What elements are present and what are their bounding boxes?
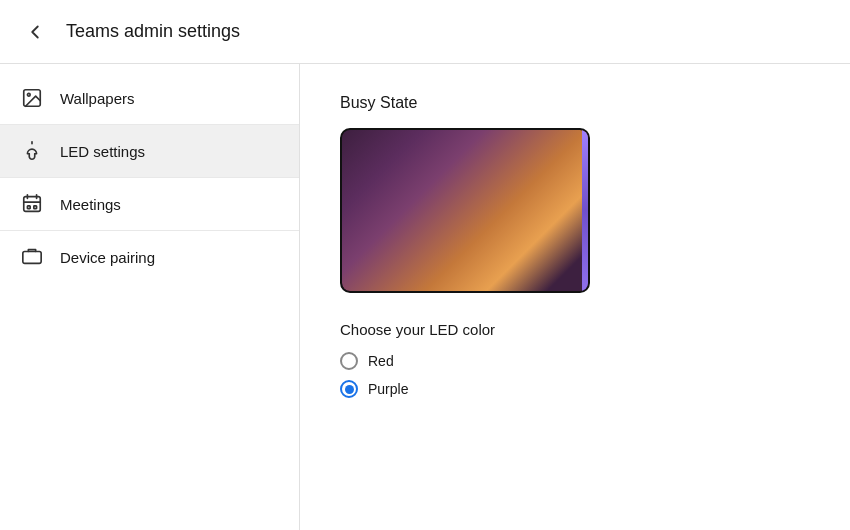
radio-circle-red <box>340 352 358 370</box>
radio-circle-purple <box>340 380 358 398</box>
sidebar-item-meetings[interactable]: Meetings <box>0 178 299 231</box>
radio-dot-purple <box>345 385 354 394</box>
sidebar-item-label: Meetings <box>60 196 121 213</box>
main-layout: Wallpapers LED settings <box>0 64 850 530</box>
device-screen <box>342 130 588 291</box>
radio-label-purple: Purple <box>368 381 408 397</box>
radio-item-red[interactable]: Red <box>340 352 810 370</box>
sidebar: Wallpapers LED settings <box>0 64 300 530</box>
radio-label-red: Red <box>368 353 394 369</box>
radio-item-purple[interactable]: Purple <box>340 380 810 398</box>
svg-rect-3 <box>24 197 41 212</box>
color-radio-group: Red Purple <box>340 352 810 398</box>
device-preview <box>340 128 590 293</box>
svg-point-1 <box>27 93 30 96</box>
led-icon <box>20 139 44 163</box>
back-button[interactable] <box>20 17 50 47</box>
svg-rect-9 <box>23 252 41 264</box>
sidebar-item-device-pairing[interactable]: Device pairing <box>0 231 299 283</box>
sidebar-item-wallpapers[interactable]: Wallpapers <box>0 72 299 125</box>
led-color-section: Choose your LED color Red Purple <box>340 321 810 398</box>
busy-state-title: Busy State <box>340 94 810 112</box>
meetings-icon <box>20 192 44 216</box>
back-icon <box>24 21 46 43</box>
device-led-strip <box>582 130 588 291</box>
sidebar-item-label: Wallpapers <box>60 90 134 107</box>
wallpapers-icon <box>20 86 44 110</box>
sidebar-item-led-settings[interactable]: LED settings <box>0 125 299 178</box>
app-header: Teams admin settings <box>0 0 850 64</box>
sidebar-item-label: LED settings <box>60 143 145 160</box>
content-area: Busy State Choose your LED color Red Pur… <box>300 64 850 530</box>
sidebar-item-label: Device pairing <box>60 249 155 266</box>
device-pairing-icon <box>20 245 44 269</box>
svg-rect-8 <box>34 206 37 209</box>
svg-rect-7 <box>27 206 30 209</box>
led-color-title: Choose your LED color <box>340 321 810 338</box>
page-title: Teams admin settings <box>66 21 240 42</box>
